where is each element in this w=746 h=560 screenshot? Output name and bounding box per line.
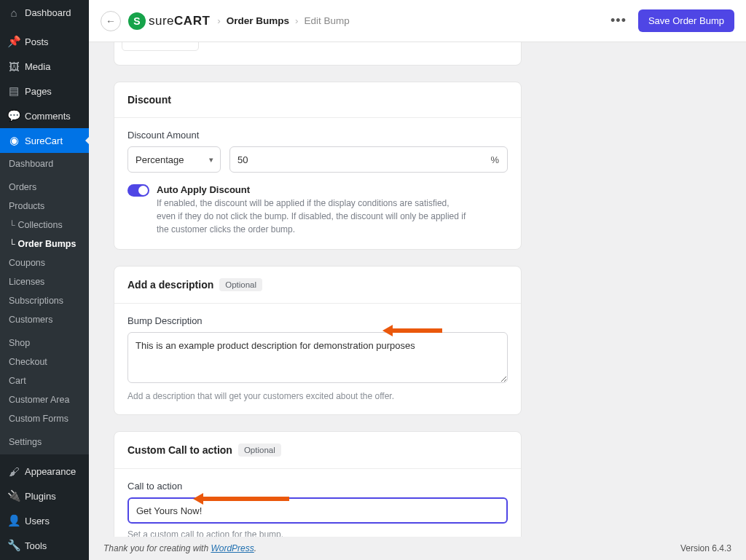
sidebar-item-label: Dashboard bbox=[25, 7, 71, 18]
more-menu-button[interactable]: ••• bbox=[606, 10, 631, 31]
cta-title: Custom Call to action bbox=[127, 444, 232, 456]
brush-icon: 🖌 bbox=[7, 465, 20, 478]
bump-description-textarea[interactable] bbox=[127, 332, 508, 383]
chevron-right-icon: › bbox=[217, 15, 221, 26]
auto-apply-label: Auto Apply Discount bbox=[157, 184, 470, 195]
topbar: ← S sureCART › Order Bumps › Edit Bump •… bbox=[89, 0, 746, 42]
media-icon: 🖼 bbox=[7, 60, 20, 73]
footer-thanks: Thank you for creating with WordPress. bbox=[103, 543, 256, 553]
sidebar-sub-checkout[interactable]: Checkout bbox=[0, 352, 89, 371]
main-content: Discount Discount Amount Percentage % bbox=[89, 42, 746, 560]
sidebar-item-label: Pages bbox=[25, 86, 52, 97]
sidebar-item-appearance[interactable]: 🖌Appearance bbox=[0, 459, 89, 484]
sidebar-item-label: Tools bbox=[25, 540, 47, 551]
auto-apply-toggle[interactable] bbox=[127, 184, 149, 197]
surecart-logo-text: sureCART bbox=[149, 14, 210, 28]
footer-version: Version 6.4.3 bbox=[680, 543, 731, 553]
discount-card: Discount Discount Amount Percentage % bbox=[114, 82, 522, 250]
sidebar-sub-collections[interactable]: └Collections bbox=[0, 216, 89, 234]
sidebar-item-pages[interactable]: ▤Pages bbox=[0, 79, 89, 103]
sidebar-sub-coupons[interactable]: Coupons bbox=[0, 253, 89, 272]
sidebar-sub-dashboard[interactable]: Dashboard bbox=[0, 154, 89, 173]
description-title: Add a description bbox=[127, 279, 213, 291]
dashboard-icon: ⌂ bbox=[7, 6, 20, 19]
description-card: Add a description Optional Bump Descript… bbox=[114, 266, 522, 415]
sidebar-sub-custom-forms[interactable]: Custom Forms bbox=[0, 409, 89, 428]
sidebar-item-label: Appearance bbox=[25, 466, 76, 477]
breadcrumb: › Order Bumps › Edit Bump bbox=[217, 15, 350, 26]
sidebar-sub-customers[interactable]: Customers bbox=[0, 310, 89, 329]
sidebar-sub-order-bumps[interactable]: └Order Bumps bbox=[0, 234, 89, 253]
sidebar-subgroup-surecart: Dashboard Orders Products └Collections └… bbox=[0, 153, 89, 454]
sidebar-item-posts[interactable]: 📌Posts bbox=[0, 29, 89, 54]
sidebar-item-comments[interactable]: 💬Comments bbox=[0, 103, 89, 128]
sidebar-sub-customer-area[interactable]: Customer Area bbox=[0, 390, 89, 409]
chevron-right-icon: › bbox=[295, 15, 299, 26]
breadcrumb-order-bumps[interactable]: Order Bumps bbox=[227, 15, 289, 26]
save-order-bump-button[interactable]: Save Order Bump bbox=[638, 9, 734, 32]
sidebar-item-media[interactable]: 🖼Media bbox=[0, 54, 89, 79]
bump-description-label: Bump Description bbox=[127, 315, 508, 326]
optional-badge: Optional bbox=[219, 278, 262, 291]
breadcrumb-edit-bump: Edit Bump bbox=[305, 15, 350, 26]
pin-icon: 📌 bbox=[7, 35, 20, 48]
sidebar-sub-shop[interactable]: Shop bbox=[0, 334, 89, 352]
wordpress-link[interactable]: WordPress bbox=[211, 543, 254, 553]
admin-sidebar: ⌂Dashboard 📌Posts 🖼Media ▤Pages 💬Comment… bbox=[0, 0, 89, 560]
sidebar-item-users[interactable]: 👤Users bbox=[0, 508, 89, 533]
previous-card-stub bbox=[114, 42, 522, 66]
sidebar-sub-products[interactable]: Products bbox=[0, 197, 89, 216]
sidebar-sub-orders[interactable]: Orders bbox=[0, 178, 89, 197]
cta-input[interactable] bbox=[127, 497, 508, 524]
sidebar-item-label: SureCart bbox=[25, 135, 63, 146]
sidebar-sub-cart[interactable]: Cart bbox=[0, 371, 89, 390]
surecart-logo: S sureCART bbox=[128, 12, 210, 30]
pages-icon: ▤ bbox=[7, 84, 20, 98]
comments-icon: 💬 bbox=[7, 109, 20, 122]
discount-amount-label: Discount Amount bbox=[127, 130, 508, 141]
sidebar-item-label: Comments bbox=[25, 111, 71, 122]
auto-apply-description: If enabled, the discount will be applied… bbox=[157, 197, 470, 236]
discount-value-input[interactable] bbox=[229, 146, 508, 173]
sidebar-item-label: Posts bbox=[25, 36, 49, 47]
bump-description-hint: Add a description that will get your cus… bbox=[127, 391, 508, 401]
discount-unit: % bbox=[490, 154, 499, 165]
discount-title: Discount bbox=[127, 94, 171, 106]
sidebar-item-surecart[interactable]: ◉SureCart bbox=[0, 128, 89, 153]
sidebar-item-label: Media bbox=[25, 61, 50, 72]
plugin-icon: 🔌 bbox=[7, 489, 20, 502]
back-button[interactable]: ← bbox=[101, 11, 121, 31]
cta-card: Custom Call to action Optional Call to a… bbox=[114, 431, 522, 553]
discount-type-select[interactable]: Percentage bbox=[127, 146, 221, 173]
sidebar-sub-subscriptions[interactable]: Subscriptions bbox=[0, 291, 89, 310]
sidebar-item-tools[interactable]: 🔧Tools bbox=[0, 533, 89, 558]
admin-footer: Thank you for creating with WordPress. V… bbox=[89, 537, 746, 560]
optional-badge: Optional bbox=[238, 443, 281, 457]
surecart-logo-icon: S bbox=[128, 12, 146, 30]
cta-label: Call to action bbox=[127, 481, 508, 492]
sidebar-sub-settings[interactable]: Settings bbox=[0, 433, 89, 451]
users-icon: 👤 bbox=[7, 514, 20, 527]
sidebar-sub-licenses[interactable]: Licenses bbox=[0, 272, 89, 291]
sidebar-item-label: Users bbox=[25, 516, 50, 527]
sidebar-item-dashboard[interactable]: ⌂Dashboard bbox=[0, 0, 89, 25]
tools-icon: 🔧 bbox=[7, 539, 20, 552]
sidebar-item-plugins[interactable]: 🔌Plugins bbox=[0, 484, 89, 508]
sidebar-item-label: Plugins bbox=[25, 491, 56, 502]
surecart-icon: ◉ bbox=[7, 134, 20, 147]
